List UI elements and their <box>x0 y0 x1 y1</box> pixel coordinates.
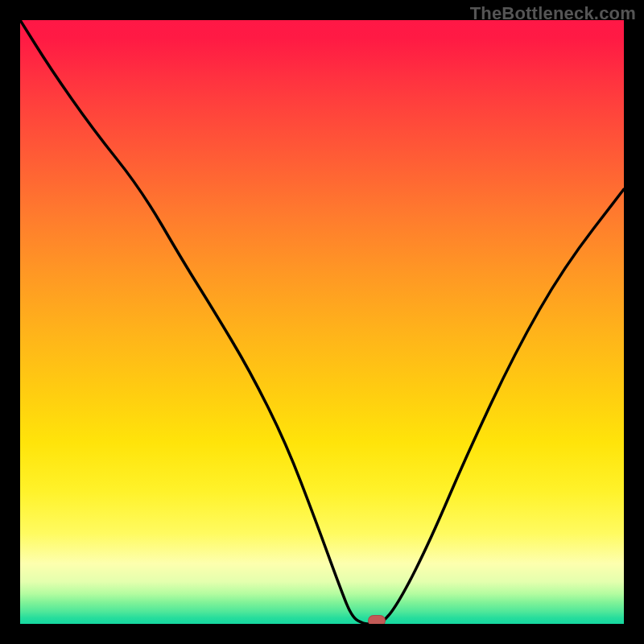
curve-svg <box>20 20 624 624</box>
chart-frame: TheBottleneck.com <box>0 0 644 644</box>
plot-area <box>20 20 624 624</box>
optimal-point-marker <box>368 615 386 624</box>
watermark-text: TheBottleneck.com <box>470 3 636 24</box>
bottleneck-curve <box>20 20 624 624</box>
